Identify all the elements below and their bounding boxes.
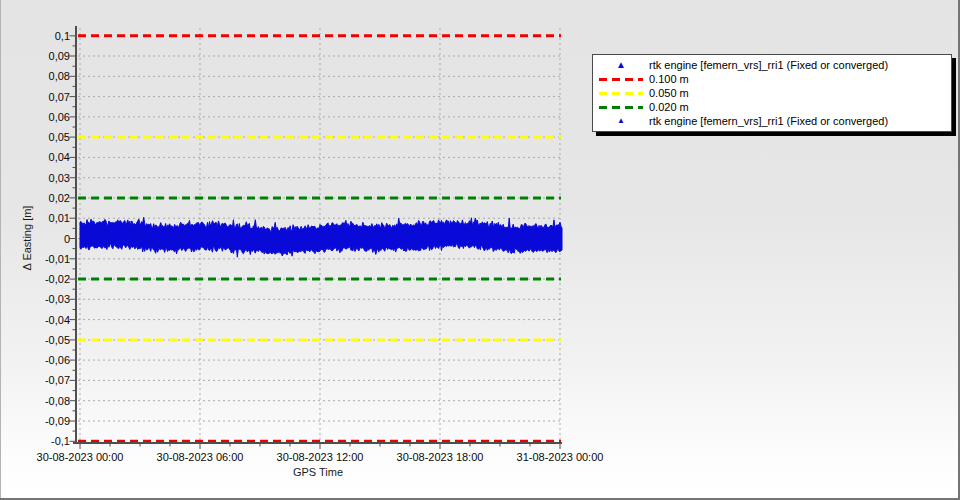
y-tick-label: 0,05 [0,130,70,144]
legend-triangle-marker: ▲ [593,117,649,125]
data-series-band [80,217,562,257]
legend-dashed-line-sample [599,78,643,81]
x-tick-label: 31-08-2023 00:00 [498,451,622,464]
legend-box[interactable]: ▲rtk engine [femern_vrs]_rri1 (Fixed or … [592,54,952,132]
triangle-marker-icon: ▲ [617,117,625,125]
legend-dashed-line-sample [599,92,643,95]
y-tick-label: -0,01 [0,252,70,266]
x-tick-label: 30-08-2023 00:00 [18,451,142,464]
y-tick-label: 0,03 [0,171,70,185]
legend-label: rtk engine [femern_vrs]_rri1 (Fixed or c… [649,115,888,127]
y-axis-title-text: Δ Easting [m] [21,206,33,271]
legend-dashed-line-sample [599,106,643,109]
y-tick-label: 0,08 [0,69,70,83]
y-tick-label: -0,02 [0,272,70,286]
legend-label: rtk engine [femern_vrs]_rri1 (Fixed or c… [649,59,888,71]
y-tick-label: -0,09 [0,414,70,428]
y-tick-label: -0,07 [0,373,70,387]
x-tick-label: 30-08-2023 12:00 [258,451,382,464]
y-tick-label: 0,02 [0,191,70,205]
legend-row: ▲rtk engine [femern_vrs]_rri1 (Fixed or … [593,58,951,72]
legend-line-marker [593,106,649,109]
legend-row: 0.050 m [593,86,951,100]
y-tick-label: -0,04 [0,313,70,327]
legend-line-marker [593,92,649,95]
y-tick-label: 0,06 [0,110,70,124]
legend-row: 0.020 m [593,100,951,114]
y-tick-label: -0,03 [0,292,70,306]
legend-row: 0.100 m [593,72,951,86]
chart-canvas: 0,10,090,080,070,060,050,040,030,020,010… [0,0,960,500]
y-tick-label: -0,06 [0,353,70,367]
triangle-marker-icon: ▲ [616,60,626,70]
y-tick-label: -0,1 [0,434,70,448]
y-tick-label: 0,1 [0,29,70,43]
legend-label: 0.050 m [649,87,689,99]
legend-line-marker [593,78,649,81]
x-tick-label: 30-08-2023 18:00 [378,451,502,464]
y-tick-label: -0,08 [0,394,70,408]
y-tick-label: -0,05 [0,333,70,347]
y-tick-label: 0,07 [0,90,70,104]
legend-triangle-marker: ▲ [593,60,649,70]
y-tick-label: 0,01 [0,211,70,225]
y-tick-label: 0,09 [0,49,70,63]
x-axis-title: GPS Time [258,466,378,478]
legend-label: 0.020 m [649,101,689,113]
legend-row: ▲rtk engine [femern_vrs]_rri1 (Fixed or … [593,114,951,128]
legend-label: 0.100 m [649,73,689,85]
y-tick-label: 0,04 [0,150,70,164]
x-tick-label: 30-08-2023 06:00 [138,451,262,464]
y-tick-label: 0 [0,232,70,246]
